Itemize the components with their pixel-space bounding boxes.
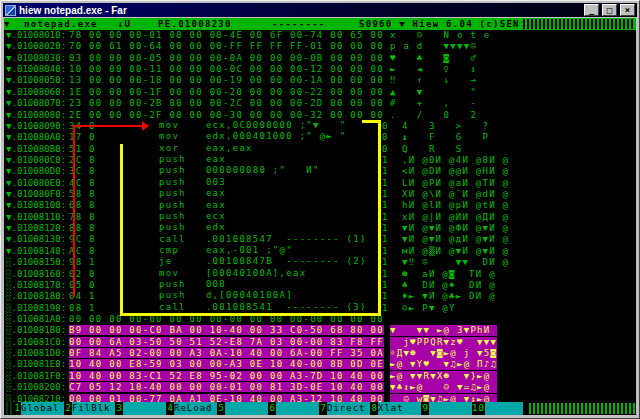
- fkey-3[interactable]: 3: [115, 402, 166, 415]
- hex-row[interactable]: ▼.01008060:1E 00 00 00-1F 00 00 00-20 00…: [4, 87, 636, 99]
- window-title: hiew notepad.exe - Far: [19, 5, 581, 16]
- row-ascii: 1 hИ @lИ @pИ @tИ @: [382, 200, 509, 211]
- fkey-label: Global: [21, 402, 64, 415]
- console-area: ▼ notepad.exe ↓U PE.01008230 -------- 50…: [4, 18, 636, 415]
- fkey-8-xlat[interactable]: 8Xlat: [370, 402, 421, 415]
- row-ascii: ▲ ▼ ": [390, 87, 497, 98]
- maximize-button[interactable]: □: [602, 4, 617, 16]
- hiew-header-text: ▼ notepad.exe ↓U PE.01008230 -------- 50…: [4, 18, 520, 30]
- fkey-4-reload[interactable]: 4ReLoad: [166, 402, 217, 415]
- fkey-label: Xlat: [378, 402, 421, 415]
- row-ascii: ♥ ♣ ◙ ♂: [390, 53, 497, 64]
- fkey-7-direct[interactable]: 7Direct: [319, 402, 370, 415]
- row-ascii: ☼Д▼☻ ▼◙►@ j ▼5◙: [390, 348, 497, 359]
- row-ascii: 0 ↨ F G P: [382, 132, 509, 143]
- row-address: ▼.010080F0:: [6, 189, 69, 200]
- fkey-number: 7: [319, 402, 327, 415]
- row-ascii: 1 ☺► P▼ @Y: [382, 303, 509, 314]
- yellow-highlight-box: [120, 120, 381, 316]
- row-address: ░.010081D0:: [6, 348, 69, 359]
- row-hex: 10 00 00 00-11 00 00 00-0C 00 00 00-12 0…: [69, 64, 384, 74]
- row-address: ░.010081F0:: [6, 371, 69, 382]
- fkey-number: 8: [370, 402, 378, 415]
- hex-row[interactable]: ▼.01008040:10 00 00 00-11 00 00 00-0C 00…: [4, 64, 636, 76]
- row-address: ▼.010080A0:: [6, 132, 69, 143]
- yellow-highlight-box-top-nub: [362, 120, 381, 123]
- hex-row[interactable]: ▼.01008050:13 00 00 00-18 00 00 00-19 00…: [4, 75, 636, 87]
- fkey-number: 4: [166, 402, 174, 415]
- row-hex: 23 00 00 00-2B 00 00 00-2C 00 00 00-2D 0…: [69, 98, 384, 108]
- row-address: ▼.01008030:: [6, 53, 69, 64]
- row-ascii: 1 XИ @\И @`И @dИ @: [382, 189, 509, 200]
- red-arrow-head-icon: [142, 121, 149, 131]
- row-ascii: 0 Q R S: [382, 144, 509, 155]
- row-address: ▼.01008110:: [6, 212, 69, 223]
- row-hex: 0F 84 A5 02-00 00 A3 0A-10 40 00 6A-00 F…: [69, 348, 384, 358]
- row-ascii: 1 xИ @|И @ИИ @ДИ @: [382, 212, 509, 223]
- hex-row[interactable]: ░.010081E0:10 40 00 E8-59 03 00 00-A3 0E…: [4, 359, 636, 371]
- hex-row[interactable]: ░.010081F0:10 40 00 83-C1 52 E8 95-02 00…: [4, 371, 636, 383]
- row-address: ░.01008150:: [6, 257, 69, 268]
- row-ascii: 1 ♣ DИ @♠ DИ @: [382, 280, 509, 291]
- far-console-window: hiew notepad.exe - Far _ □ × ▼ notepad.e…: [0, 0, 640, 419]
- row-ascii: [390, 314, 497, 325]
- title-bar[interactable]: hiew notepad.exe - Far _ □ ×: [3, 3, 637, 17]
- hex-row[interactable]: ░.010081B0:B9 00 00 00-C0 BA 00 10-40 00…: [4, 325, 636, 337]
- header-stripe-fill: [523, 19, 633, 29]
- row-address: ▼.01008080:: [6, 110, 69, 121]
- row-ascii: ▼♣↕►@ ☺ ▼=♫►@: [390, 382, 497, 393]
- fkey-number: 6: [268, 402, 276, 415]
- row-address: ▼.01008130:: [6, 234, 69, 245]
- row-ascii: 0 4 3 > ?: [382, 121, 509, 132]
- hiew-header-bar: ▼ notepad.exe ↓U PE.01008230 -------- 50…: [4, 18, 636, 30]
- row-address: ▼.01008060:: [6, 87, 69, 98]
- hex-row[interactable]: ▼.01008070:23 00 00 00-2B 00 00 00-2C 00…: [4, 98, 636, 110]
- minimize-button[interactable]: _: [584, 4, 599, 16]
- row-hex: B9 00 00 00-C0 BA 00 10-40 00 33 C0-50 6…: [69, 325, 384, 335]
- row-ascii: ▼ ▼▼ ►@ 3▼PhИ: [390, 325, 497, 336]
- fkey-2-filblk[interactable]: 2FilBlk: [64, 402, 115, 415]
- row-address: ░.01008190:: [6, 303, 69, 314]
- fkey-10[interactable]: 10: [472, 402, 523, 415]
- row-hex: 08 1: [69, 303, 96, 313]
- fkey-label: ReLoad: [174, 402, 217, 415]
- row-ascii: 1 мИ @▒И @▼И @▼И @: [382, 246, 509, 257]
- close-button[interactable]: ×: [620, 4, 635, 16]
- hex-row[interactable]: ░.010081C0:00 00 6A 03-50 50 51 52-E8 7A…: [4, 337, 636, 349]
- fkey-9[interactable]: 9: [421, 402, 472, 415]
- red-arrow-line-vertical: [73, 125, 75, 297]
- fkey-5[interactable]: 5: [217, 402, 268, 415]
- hex-row[interactable]: ░.01008200:C7 05 12 10-40 00 00 00-01 00…: [4, 382, 636, 394]
- row-address: ▼.01008040:: [6, 64, 69, 75]
- row-ascii: ►@ ▼Y♥ ▼♫►@ П♪♫: [390, 359, 497, 370]
- hex-row[interactable]: ▼.01008020:70 00 61 00-64 00 00 00-FF FF…: [4, 41, 636, 53]
- red-arrow-line-horizontal: [73, 125, 143, 127]
- row-ascii: ‼ ↑ ↓ →: [390, 75, 497, 86]
- fkey-number: 2: [64, 402, 72, 415]
- row-hex: 1E 00 00 00-1F 00 00 00-20 00 00 00-22 0…: [69, 87, 384, 97]
- row-ascii: 1 ☻ aИ @◙ ТИ @: [382, 269, 509, 280]
- fkey-6[interactable]: 6: [268, 402, 319, 415]
- row-address: ▼.01008100:: [6, 200, 69, 211]
- row-ascii: 1 <И @DИ @@И @HИ @: [382, 166, 509, 177]
- row-ascii: 1 ,И @0И @4И @8И @: [382, 155, 509, 166]
- app-icon: [5, 5, 16, 16]
- fkey-label: Direct: [327, 402, 370, 415]
- row-ascii: p a d ▼▼▼▼☺: [390, 41, 497, 52]
- fkey-number: 1: [13, 402, 21, 415]
- fkey-label: [225, 402, 268, 415]
- row-ascii: 1 ▼‼ ☺ ▼▼ DИ @: [382, 257, 509, 268]
- row-address: ▼.01008140:: [6, 246, 69, 257]
- row-address: ░.01008200:: [6, 382, 69, 393]
- hex-row[interactable]: ▼.01008010:78 00 00 00-01 00 00 00-4E 00…: [4, 30, 636, 42]
- row-address: ░.010081C0:: [6, 337, 69, 348]
- row-ascii: 1 ▼И @▼И @ФИ @▼И @: [382, 223, 509, 234]
- row-hex: 70 00 61 00-64 00 00 00-FF FF FF FF-01 0…: [69, 41, 384, 51]
- row-ascii: # + , -: [390, 98, 497, 109]
- row-hex: 00 00 6A 03-50 50 51 52-E8 7A 03 00-00 8…: [69, 337, 384, 347]
- fkey-1-global[interactable]: 1Global: [13, 402, 64, 415]
- hex-row[interactable]: ▼.01008030:03 00 00 00-05 00 00 00-0A 00…: [4, 53, 636, 65]
- row-address: ▼.01008070:: [6, 98, 69, 109]
- row-address: ▼.01008050:: [6, 75, 69, 86]
- fkey-number: 9: [421, 402, 429, 415]
